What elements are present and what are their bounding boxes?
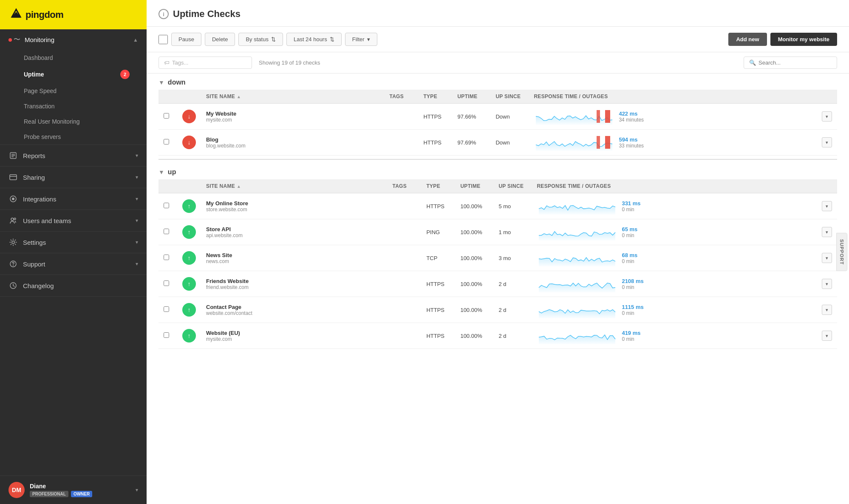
sidebar-item-probe[interactable]: Probe servers bbox=[0, 129, 147, 144]
users-section: Users and teams ▾ bbox=[0, 210, 147, 232]
filter-left: 🏷 Tags... Showing 19 of 19 checks bbox=[158, 57, 320, 69]
search-icon: 🔍 bbox=[749, 59, 756, 66]
site-uptime: 97.66% bbox=[452, 104, 490, 130]
site-name: Contact Page bbox=[206, 304, 382, 310]
status-icon-up: ↑ bbox=[182, 199, 196, 213]
row-checkbox[interactable] bbox=[164, 139, 169, 144]
site-uptime: 100.00% bbox=[455, 245, 493, 271]
user-name: Diane bbox=[30, 483, 92, 490]
row-action-button[interactable]: ▾ bbox=[822, 305, 832, 315]
settings-nav-item[interactable]: Settings ▾ bbox=[0, 232, 147, 253]
row-action-button[interactable]: ▾ bbox=[822, 331, 832, 341]
user-info: Diane PROFESSIONAL OWNER bbox=[30, 483, 92, 497]
changelog-section: Changelog bbox=[0, 275, 147, 297]
table-row: ↑ Store API api.website.com PING 100.00%… bbox=[158, 219, 837, 245]
response-info: 1115 ms 0 min bbox=[622, 304, 643, 316]
row-checkbox[interactable] bbox=[164, 203, 169, 208]
up-table: SITE NAME ▲ TAGS TYPE UPTIME UP SINCE RE… bbox=[158, 179, 837, 349]
monitoring-nav-item[interactable]: 〜 Monitoring ▲ bbox=[0, 29, 147, 50]
row-checkbox[interactable] bbox=[164, 280, 169, 286]
row-action-button[interactable]: ▾ bbox=[822, 227, 832, 237]
changelog-nav-item[interactable]: Changelog bbox=[0, 275, 147, 296]
site-name: My Website bbox=[206, 110, 379, 117]
site-url: friend.website.com bbox=[206, 284, 382, 290]
monitoring-section: 〜 Monitoring ▲ Dashboard Uptime 2 Page S… bbox=[0, 29, 147, 145]
row-action-button[interactable]: ▾ bbox=[822, 137, 832, 147]
row-action-button[interactable]: ▾ bbox=[822, 279, 832, 289]
filter-bar: 🏷 Tags... Showing 19 of 19 checks 🔍 bbox=[147, 52, 849, 74]
th-sitename-down[interactable]: SITE NAME ▲ bbox=[201, 90, 384, 104]
response-info: 331 ms 0 min bbox=[622, 200, 640, 212]
up-section-header: ▼ up bbox=[158, 163, 837, 179]
pause-button[interactable]: Pause bbox=[171, 33, 201, 46]
live-dot bbox=[8, 38, 12, 42]
th-checkbox-up bbox=[158, 179, 177, 193]
user-profile[interactable]: DM Diane PROFESSIONAL OWNER ▾ bbox=[0, 476, 147, 504]
support-nav-item[interactable]: Support ▾ bbox=[0, 253, 147, 275]
svg-rect-16 bbox=[597, 110, 600, 123]
site-url: api.website.com bbox=[206, 232, 382, 238]
tags-input[interactable]: 🏷 Tags... bbox=[158, 57, 252, 69]
delete-button[interactable]: Delete bbox=[205, 33, 235, 46]
response-cell: 594 ms 33 minutes bbox=[534, 134, 812, 151]
site-tags bbox=[387, 271, 421, 297]
row-checkbox[interactable] bbox=[164, 113, 169, 119]
page-title: Uptime Checks bbox=[173, 8, 241, 20]
down-chevron-icon[interactable]: ▼ bbox=[158, 79, 164, 86]
status-icon-up: ↑ bbox=[182, 225, 196, 239]
site-since: 2 d bbox=[493, 271, 532, 297]
up-chevron-icon[interactable]: ▼ bbox=[158, 169, 164, 176]
row-action-button[interactable]: ▾ bbox=[822, 111, 832, 122]
th-sitename-up[interactable]: SITE NAME ▲ bbox=[201, 179, 387, 193]
site-type: HTTPS bbox=[421, 193, 455, 219]
main-content: i Uptime Checks Pause Delete By status ⇅… bbox=[147, 0, 849, 504]
avatar: DM bbox=[8, 482, 25, 498]
reports-nav-item[interactable]: Reports ▾ bbox=[0, 145, 147, 166]
site-url: store.website.com bbox=[206, 207, 382, 212]
select-all-checkbox[interactable] bbox=[158, 35, 168, 44]
sidebar-item-transaction[interactable]: Transaction bbox=[0, 99, 147, 114]
site-type: HTTPS bbox=[418, 104, 452, 130]
down-section-title: down bbox=[168, 79, 186, 86]
th-action-up bbox=[817, 179, 837, 193]
table-row: ↓ My Website mysite.com HTTPS 97.66% Dow… bbox=[158, 104, 837, 130]
checks-content: ▼ down SITE NAME ▲ TAGS TYPE UPTIME bbox=[147, 74, 849, 349]
filter-button[interactable]: Filter ▾ bbox=[345, 33, 377, 46]
sidebar-item-pagespeed[interactable]: Page Speed bbox=[0, 83, 147, 99]
row-checkbox[interactable] bbox=[164, 332, 169, 338]
sharing-nav-item[interactable]: Sharing ▾ bbox=[0, 167, 147, 188]
monitoring-label: Monitoring bbox=[25, 36, 54, 43]
add-new-button[interactable]: Add new bbox=[728, 33, 767, 46]
response-time: 0 min bbox=[622, 232, 637, 238]
monitor-website-button[interactable]: Monitor my website bbox=[770, 33, 837, 46]
response-ms: 1115 ms bbox=[622, 304, 643, 310]
site-name: Blog bbox=[206, 136, 379, 143]
site-since: 2 d bbox=[493, 323, 532, 349]
row-checkbox[interactable] bbox=[164, 255, 169, 260]
row-checkbox[interactable] bbox=[164, 229, 169, 234]
last24-chevron-icon: ⇅ bbox=[330, 36, 334, 42]
site-uptime: 100.00% bbox=[455, 271, 493, 297]
search-input[interactable] bbox=[758, 59, 832, 66]
uptime-badge: 2 bbox=[120, 70, 130, 79]
row-action-button[interactable]: ▾ bbox=[822, 201, 832, 211]
status-icon-up: ↑ bbox=[182, 329, 196, 343]
response-cell: 422 ms 34 minutes bbox=[534, 108, 812, 125]
by-status-button[interactable]: By status ⇅ bbox=[238, 33, 283, 46]
site-type: HTTPS bbox=[421, 271, 455, 297]
row-action-button[interactable]: ▾ bbox=[822, 253, 832, 263]
svg-point-9 bbox=[12, 198, 14, 200]
status-icon-up: ↑ bbox=[182, 277, 196, 291]
sidebar-item-uptime[interactable]: Uptime 2 bbox=[0, 65, 147, 83]
integrations-nav-item[interactable]: Integrations ▾ bbox=[0, 188, 147, 210]
site-type: HTTPS bbox=[421, 297, 455, 323]
support-side-tab[interactable]: SUPPORT bbox=[836, 233, 847, 271]
sidebar-item-dashboard[interactable]: Dashboard bbox=[0, 50, 147, 65]
last24-button[interactable]: Last 24 hours ⇅ bbox=[286, 33, 342, 46]
row-checkbox[interactable] bbox=[164, 306, 169, 312]
users-nav-item[interactable]: Users and teams ▾ bbox=[0, 210, 147, 231]
up-table-body: ↑ My Online Store store.website.com HTTP… bbox=[158, 193, 837, 349]
sidebar-item-rum[interactable]: Real User Monitoring bbox=[0, 114, 147, 129]
reports-section: Reports ▾ bbox=[0, 145, 147, 167]
svg-point-12 bbox=[12, 241, 14, 244]
